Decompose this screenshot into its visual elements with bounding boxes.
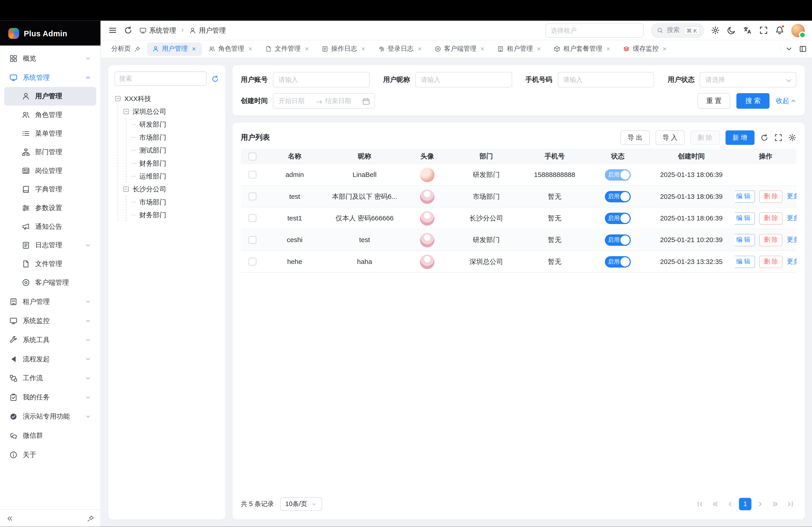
tab-client-mgmt[interactable]: 客户端管理: [429, 42, 490, 56]
table-row[interactable]: hehehaha深圳总公司暂无启用2025-01-23 13:32:35编 辑删…: [241, 251, 797, 273]
reset-button[interactable]: 重 置: [697, 93, 730, 109]
tab-close-op-log[interactable]: [360, 46, 366, 51]
tab-user-mgmt[interactable]: 用户管理: [147, 42, 202, 56]
table-row[interactable]: adminLinaBell研发部门15888888888启用2025-01-13…: [241, 164, 797, 186]
sidebar-collapse-button[interactable]: [6, 515, 14, 522]
delete-button[interactable]: 删 除: [759, 255, 783, 268]
status-select[interactable]: [700, 72, 796, 88]
tab-close-role-mgmt[interactable]: [247, 46, 253, 51]
status-toggle[interactable]: 启用: [605, 212, 631, 224]
edit-button[interactable]: 编 辑: [735, 212, 755, 224]
tree-expander[interactable]: [123, 186, 129, 193]
export-button[interactable]: 导 出: [621, 131, 650, 145]
table-row[interactable]: test1仅本人 密码666666长沙分公司暂无启用2025-01-13 18:…: [241, 208, 797, 229]
tab-cache-monitor[interactable]: 缓存监控: [618, 42, 672, 56]
sidebar-item-post-mgmt[interactable]: 岗位管理: [4, 161, 96, 180]
table-row[interactable]: test本部门及以下 密码6...市场部门暂无启用2025-01-13 18:0…: [241, 186, 797, 207]
table-row[interactable]: ceshitest研发部门暂无启用2025-01-21 10:20:39编 辑删…: [241, 229, 797, 251]
column-header[interactable]: 状态: [588, 149, 648, 164]
notifications-button[interactable]: [775, 26, 784, 35]
row-checkbox[interactable]: [248, 171, 256, 179]
end-date-input[interactable]: [325, 97, 359, 105]
tab-tenant-package[interactable]: 租户套餐管理: [548, 42, 616, 56]
status-toggle[interactable]: 启用: [605, 234, 631, 246]
sidebar-item-user-mgmt[interactable]: 用户管理: [4, 87, 96, 106]
sidebar-item-my-tasks[interactable]: 我的任务: [4, 388, 96, 407]
breadcrumb-item-system[interactable]: 系统管理: [140, 26, 176, 35]
sidebar-item-param-settings[interactable]: 参数设置: [4, 199, 96, 217]
phone-input[interactable]: [563, 76, 649, 83]
tab-tenant-mgmt[interactable]: 租户管理: [492, 42, 547, 56]
refresh-page-button[interactable]: [124, 26, 133, 35]
table-settings-button[interactable]: [788, 133, 796, 142]
tree-expander[interactable]: [123, 108, 129, 115]
sidebar-item-menu-mgmt[interactable]: 菜单管理: [4, 124, 96, 143]
tree-node[interactable]: XXX科技: [114, 92, 219, 105]
tree-node[interactable]: 长沙分公司: [123, 183, 219, 195]
delete-button[interactable]: 删 除: [759, 212, 783, 224]
pagination-next-jump-button[interactable]: [769, 498, 781, 510]
delete-button[interactable]: 删 除: [759, 190, 783, 202]
pagination-current-page[interactable]: 1: [739, 498, 751, 510]
delete-button[interactable]: 删 除: [759, 234, 783, 246]
add-user-button[interactable]: 新 增: [725, 131, 754, 145]
tree-node[interactable]: 测试部门: [131, 144, 219, 157]
global-search-button[interactable]: 搜索 ⌘ K: [651, 23, 704, 37]
sidebar-item-dept-mgmt[interactable]: 部门管理: [4, 143, 96, 162]
row-checkbox[interactable]: [248, 258, 256, 265]
fullscreen-button[interactable]: [759, 26, 768, 35]
tab-login-log[interactable]: 登录日志: [373, 42, 427, 56]
column-header[interactable]: 昵称: [326, 149, 403, 164]
sidebar-item-system-monitor[interactable]: 系统监控: [4, 311, 96, 330]
sidebar-item-tenant-mgmt[interactable]: 租户管理: [4, 292, 96, 311]
batch-delete-button[interactable]: 删 除: [691, 131, 720, 145]
sidebar-item-about[interactable]: 关于: [4, 445, 96, 464]
tree-node[interactable]: 财务部门: [131, 157, 219, 170]
sidebar-item-system-tools[interactable]: 系统工具: [4, 330, 96, 349]
tab-list-dropdown-button[interactable]: [785, 45, 793, 53]
language-button[interactable]: [743, 26, 752, 35]
edit-button[interactable]: 编 辑: [735, 190, 755, 202]
tab-close-cache-monitor[interactable]: [662, 46, 667, 51]
edit-button[interactable]: 编 辑: [735, 234, 755, 246]
page-size-select[interactable]: 10条/页: [280, 497, 322, 511]
search-button[interactable]: 搜 索: [737, 93, 770, 109]
column-header[interactable]: 头像: [404, 149, 451, 164]
nickname-input[interactable]: [421, 76, 506, 83]
sidebar-pin-button[interactable]: [87, 515, 94, 522]
more-button[interactable]: 更多: [787, 257, 796, 266]
more-button[interactable]: 更多: [787, 214, 796, 223]
settings-button[interactable]: [711, 26, 720, 35]
column-header[interactable]: 操作: [735, 149, 796, 164]
column-header[interactable]: 创建时间: [648, 149, 735, 164]
collapse-filters-link[interactable]: 收起: [776, 96, 796, 105]
app-logo[interactable]: Plus Admin: [0, 21, 100, 46]
status-toggle[interactable]: 启用: [605, 191, 631, 202]
sidebar-item-role-mgmt[interactable]: 角色管理: [4, 105, 96, 124]
tree-node[interactable]: 市场部门: [131, 196, 219, 209]
sidebar-item-notice[interactable]: 通知公告: [4, 217, 96, 236]
row-checkbox[interactable]: [248, 193, 256, 200]
sidebar-item-file-mgmt[interactable]: 文件管理: [4, 255, 96, 273]
sidebar-item-system-mgmt[interactable]: 系统管理: [4, 68, 96, 87]
column-header[interactable]: 手机号: [521, 149, 588, 164]
table-fullscreen-button[interactable]: [774, 133, 782, 142]
tree-refresh-button[interactable]: [211, 75, 219, 82]
tab-analysis[interactable]: 分析页: [106, 42, 145, 56]
tab-close-file-mgmt[interactable]: [304, 46, 309, 51]
tab-close-tenant-mgmt[interactable]: [536, 46, 541, 51]
tab-role-mgmt[interactable]: 角色管理: [203, 42, 258, 56]
sidebar-item-client-mgmt[interactable]: 客户端管理: [4, 273, 96, 292]
status-toggle[interactable]: 启用: [605, 169, 631, 181]
pagination-next-button[interactable]: [754, 498, 766, 510]
tree-node[interactable]: 财务部门: [131, 209, 219, 221]
sidebar-item-flow-start[interactable]: 流程发起: [4, 349, 96, 368]
pagination-last-button[interactable]: [784, 498, 796, 510]
tab-close-user-mgmt[interactable]: [191, 46, 197, 51]
tenant-select[interactable]: [545, 23, 643, 37]
tab-op-log[interactable]: 操作日志: [316, 42, 371, 56]
tree-search-input[interactable]: [114, 72, 207, 86]
column-header[interactable]: 名称: [264, 149, 326, 164]
select-all-checkbox[interactable]: [248, 152, 256, 160]
more-button[interactable]: 更多: [787, 192, 796, 201]
